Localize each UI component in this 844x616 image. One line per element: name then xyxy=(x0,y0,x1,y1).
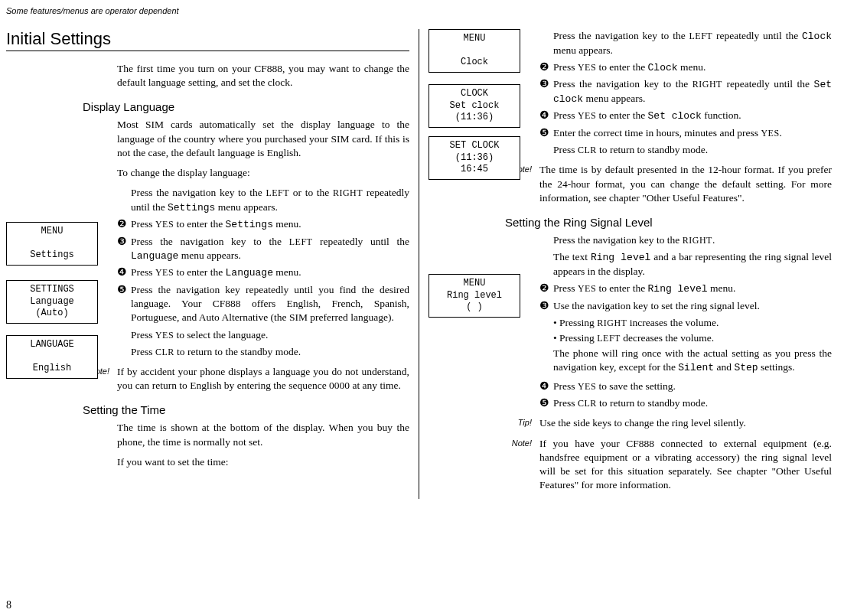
display-language-body: Most SIM cards automatically set the dis… xyxy=(117,118,409,180)
column-right: MENU Clock CLOCK Set clock (11:36) SET C… xyxy=(419,29,832,499)
page-number: 8 xyxy=(6,599,11,611)
ring-bullet-2: • Pressing LEFT decreases the volume. xyxy=(553,331,832,345)
ring-step-2: ❷ Press YES to enter the Ring level menu… xyxy=(539,282,832,296)
operator-note: Some features/menus are operator depende… xyxy=(6,6,832,15)
page-columns: Initial Settings The first time you turn… xyxy=(6,29,832,499)
lang-step-4: ❹ Press YES to enter the Language menu. xyxy=(117,266,409,280)
ring-step-1: Press the navigation key to the RIGHT. xyxy=(539,233,832,247)
lang-step-1: Press the navigation key to the LEFT or … xyxy=(117,186,409,214)
heading-display-language: Display Language xyxy=(83,100,409,113)
screen-clock-set: CLOCK Set clock (11:36) xyxy=(429,84,520,128)
lang-note: Note! If by accident your phone displays… xyxy=(75,365,409,393)
ring-step-5: ❺ Press CLR to return to standby mode. xyxy=(539,396,832,410)
time-step-clr: Press CLR to return to standby mode. xyxy=(539,143,832,157)
ring-step-1b: The text Ring level and a bar representi… xyxy=(539,250,832,279)
screen-language-english: LANGUAGE English xyxy=(6,335,98,379)
intro-text: The first time you turn on your CF888, y… xyxy=(117,62,409,90)
time-step-2: ❷ Press YES to enter the Clock menu. xyxy=(539,60,832,75)
column-left: Initial Settings The first time you turn… xyxy=(6,29,419,499)
heading-ring-level: Setting the Ring Signal Level xyxy=(505,216,832,229)
screen-menu-clock: MENU Clock xyxy=(429,29,520,73)
lang-step-select: Press YES to select the language. xyxy=(117,328,409,342)
ring-bullet-1: • Pressing RIGHT increases the volume. xyxy=(553,316,832,330)
setting-time-body: The time is shown at the bottom of the d… xyxy=(117,421,409,469)
ring-sub-text: The phone will ring once with the actual… xyxy=(553,347,832,375)
page-title: Initial Settings xyxy=(6,29,409,51)
screen-menu-settings: MENU Settings xyxy=(6,222,98,266)
screen-set-clock: SET CLOCK (11:36) 16:45 xyxy=(429,136,520,180)
heading-setting-time: Setting the Time xyxy=(83,403,409,416)
ring-note: Note! If you have your CF888 connected t… xyxy=(497,437,832,493)
ring-tip: Tip! Use the side keys to change the rin… xyxy=(497,416,832,430)
time-step-4: ❹ Press YES to enter the Set clock funct… xyxy=(539,109,832,123)
time-step-1: Press the navigation key to the LEFT rep… xyxy=(539,29,832,57)
ring-step-4: ❹ Press YES to save the setting. xyxy=(539,380,832,393)
time-step-3: ❸ Press the navigation key to the RIGHT … xyxy=(539,77,832,106)
lang-step-5: ❺ Press the navigation key repeatedly un… xyxy=(117,283,409,325)
screen-ring-level: MENU Ring level ( ) xyxy=(429,274,520,318)
lang-step-clr: Press CLR to return to the standby mode. xyxy=(117,345,409,359)
time-step-5: ❺ Enter the correct time in hours, minut… xyxy=(539,126,832,140)
lang-step-2: ❷ Press YES to enter the Settings menu. xyxy=(117,217,409,232)
time-note: Note! The time is by default presented i… xyxy=(497,163,832,205)
screen-settings-language: SETTINGS Language (Auto) xyxy=(6,280,98,324)
lang-step-3: ❸ Press the navigation key to the LEFT r… xyxy=(117,235,409,263)
ring-step-3: ❸ Use the navigation key to set the ring… xyxy=(539,299,832,313)
